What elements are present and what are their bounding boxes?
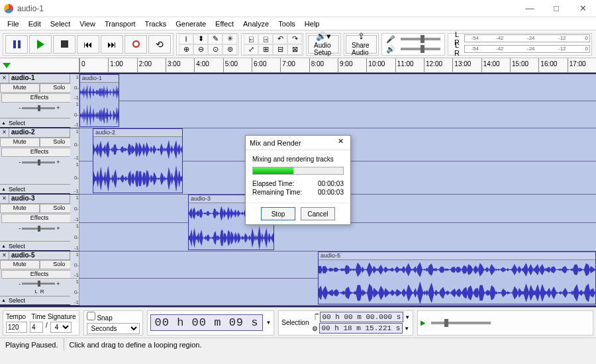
track-close-button[interactable]: ×	[0, 195, 9, 203]
track-select-button[interactable]: Select	[0, 184, 79, 193]
effects-button[interactable]: Effects	[1, 93, 77, 103]
track-select-button[interactable]: Select	[0, 296, 79, 304]
menu-analyze[interactable]: Analyze	[238, 19, 273, 29]
gain-slider[interactable]	[22, 107, 55, 109]
play-speed-slider[interactable]	[431, 322, 491, 324]
stop-button[interactable]	[53, 35, 75, 54]
record-volume-slider[interactable]	[401, 38, 440, 40]
track-select-button[interactable]: Select	[0, 241, 79, 250]
skip-start-button[interactable]: ⏮	[77, 35, 99, 54]
menu-view[interactable]: View	[75, 19, 100, 29]
multi-tool-icon[interactable]: ✳	[223, 34, 237, 44]
menu-effect[interactable]: Effect	[211, 19, 238, 29]
window-title: audio-1	[17, 4, 517, 13]
zoom-toggle-icon[interactable]: ⤢	[244, 44, 258, 55]
track-close-button[interactable]: ×	[0, 251, 9, 259]
menu-generate[interactable]: Generate	[171, 19, 211, 29]
minimize-button[interactable]: —	[517, 0, 543, 17]
dialog-stop-button[interactable]: Stop	[261, 207, 295, 220]
record-meter[interactable]: -54-42-24-120	[464, 34, 590, 42]
amplitude-scale: 10--1	[70, 128, 79, 161]
loop-button[interactable]: ⟲	[148, 35, 171, 54]
fit-project-icon[interactable]: ⊚	[223, 44, 237, 55]
selection-end-display[interactable]: 00 h 18 m 15.221 s	[319, 323, 403, 334]
track-name[interactable]: audio-3	[9, 195, 70, 203]
timesig-num-input[interactable]	[30, 322, 43, 333]
clip-label[interactable]: audio-2	[93, 129, 182, 137]
audio-clip[interactable]: audio-5	[318, 251, 596, 304]
track-close-button[interactable]: ×	[0, 128, 9, 137]
playback-volume-slider[interactable]	[401, 48, 440, 50]
clip-label[interactable]: audio-1	[80, 75, 119, 83]
menu-transport[interactable]: Transport	[100, 19, 140, 29]
audio-clip[interactable]: audio-2	[93, 128, 183, 193]
clip-label[interactable]: audio-5	[319, 252, 595, 260]
pause-button[interactable]	[5, 35, 28, 54]
fit-selection-icon[interactable]: ⊙	[208, 44, 223, 55]
ruler-tick: 6:00	[252, 58, 266, 72]
playback-meter[interactable]: -54-42-24-120	[464, 45, 590, 53]
play-at-speed-icon[interactable]: ▶	[421, 319, 426, 326]
maximize-button[interactable]: □	[543, 0, 570, 17]
zoom-out-icon[interactable]: ⊖	[193, 44, 208, 55]
share-audio-button[interactable]: ⇪Share Audio	[346, 35, 377, 54]
menu-select[interactable]: Select	[46, 19, 75, 29]
audio-clip[interactable]: audio-1	[79, 74, 119, 127]
mute-button[interactable]: Mute	[0, 204, 40, 213]
speaker-icon[interactable]: 🔊	[383, 45, 398, 54]
amplitude-scale: 10--1	[70, 279, 79, 305]
track-name[interactable]: audio-1	[9, 74, 70, 83]
silence-icon[interactable]: ⍈	[258, 34, 273, 44]
menu-tools[interactable]: Tools	[273, 19, 300, 29]
track-name[interactable]: audio-2	[9, 128, 70, 137]
skip-end-button[interactable]: ⏭	[101, 35, 123, 54]
tool2-icon[interactable]: ⊞	[258, 44, 273, 55]
track-close-button[interactable]: ×	[0, 74, 9, 83]
mute-button[interactable]: Mute	[0, 83, 40, 93]
menu-help[interactable]: Help	[300, 19, 324, 29]
tool4-icon[interactable]: ⊠	[287, 44, 302, 55]
menu-file[interactable]: File	[3, 19, 24, 29]
gain-slider[interactable]	[22, 161, 55, 163]
redo-icon[interactable]: ↷	[287, 34, 302, 44]
snap-checkbox[interactable]	[87, 312, 95, 320]
effects-button[interactable]: Effects	[1, 270, 77, 279]
timesig-label: Time Signature	[31, 313, 75, 320]
timeline-ruler[interactable]: 01:002:003:004:005:006:007:008:009:0010:…	[79, 58, 596, 72]
envelope-tool-icon[interactable]: ⬍	[193, 34, 208, 44]
mute-button[interactable]: Mute	[0, 260, 40, 269]
gain-slider[interactable]	[22, 228, 55, 230]
time-display[interactable]: 00 h 00 m 09 s	[150, 314, 264, 331]
track-name[interactable]: audio-5	[9, 251, 70, 259]
menu-tracks[interactable]: Tracks	[140, 19, 172, 29]
close-button[interactable]: ✕	[570, 0, 596, 17]
play-button[interactable]	[29, 35, 52, 54]
timesig-den-select[interactable]: 4	[50, 322, 72, 333]
playhead-icon[interactable]	[3, 63, 11, 68]
ruler-tick: 14:00	[481, 58, 500, 72]
waveform	[80, 102, 119, 129]
audio-setup-button[interactable]: 🔊▾Audio Setup	[308, 35, 339, 54]
dialog-cancel-button[interactable]: Cancel	[301, 207, 335, 220]
tool3-icon[interactable]: ⊟	[273, 44, 287, 55]
tempo-input[interactable]	[6, 322, 27, 333]
track-waveform-area[interactable]: 10--110--1audio-5	[79, 251, 596, 304]
zoom-in-icon[interactable]: ⊕	[179, 44, 193, 55]
selection-start-display[interactable]: 00 h 00 m 00.000 s	[320, 312, 404, 322]
track-waveform-area[interactable]: 10--110--1audio-1	[79, 74, 596, 127]
gain-slider[interactable]	[22, 283, 55, 285]
trim-icon[interactable]: ⍇	[244, 34, 258, 44]
selection-tool-icon[interactable]: I	[179, 34, 193, 44]
menu-edit[interactable]: Edit	[24, 19, 46, 29]
dialog-close-button[interactable]: ✕	[334, 137, 346, 149]
record-button[interactable]	[124, 35, 147, 54]
draw-tool-icon[interactable]: ✎	[208, 34, 223, 44]
mute-button[interactable]: Mute	[0, 138, 40, 147]
effects-button[interactable]: Effects	[1, 214, 77, 223]
effects-button[interactable]: Effects	[1, 148, 77, 157]
snap-unit-select[interactable]: Seconds	[87, 323, 140, 334]
timeline-ruler-row: 01:002:003:004:005:006:007:008:009:0010:…	[0, 58, 596, 73]
undo-icon[interactable]: ↶	[273, 34, 287, 44]
track-select-button[interactable]: Select	[0, 118, 79, 127]
mic-icon[interactable]: 🎤	[383, 35, 398, 44]
